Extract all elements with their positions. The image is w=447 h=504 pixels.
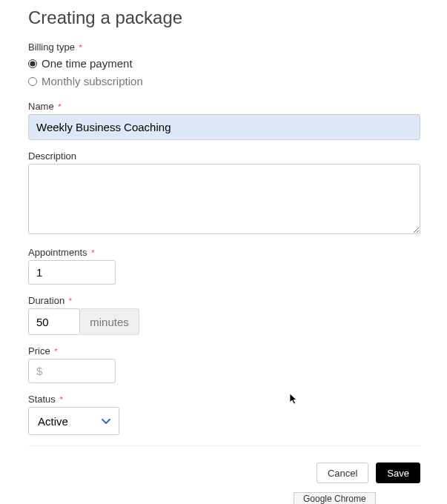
description-textarea[interactable] [28,164,420,234]
price-label: Price * [28,345,420,357]
radio-one-time-payment[interactable]: One time payment [28,55,420,73]
description-label: Description [28,150,420,162]
appointments-field: Appointments * [28,247,420,285]
description-field: Description [28,150,420,236]
radio-monthly-input[interactable] [28,77,37,86]
status-label: Status * [28,394,420,405]
required-asterisk: * [79,43,82,52]
name-input[interactable] [28,114,420,140]
duration-input[interactable] [28,308,80,335]
price-input[interactable] [28,359,116,383]
radio-monthly-subscription[interactable]: Monthly subscription [28,73,420,90]
radio-one-time-input[interactable] [28,59,37,68]
status-select[interactable]: Active [28,407,119,435]
required-asterisk: * [58,102,61,111]
form-actions: Cancel Save [28,462,420,483]
appointments-input[interactable] [28,260,116,285]
duration-label: Duration * [28,295,420,306]
price-field: Price * [28,345,420,383]
cancel-button[interactable]: Cancel [317,462,368,483]
required-asterisk: * [91,248,94,257]
duration-field: Duration * minutes [28,295,420,335]
status-field: Status * Active [28,394,420,435]
required-asterisk: * [54,347,57,356]
divider [28,445,420,446]
duration-unit-label: minutes [80,308,139,335]
billing-type-label: Billing type * [28,42,420,53]
page-title: Creating a package [28,7,420,28]
name-label: Name * [28,101,420,112]
billing-type-field: Billing type * One time payment Monthly … [28,42,420,90]
name-field: Name * [28,101,420,140]
required-asterisk: * [59,395,62,404]
appointments-label: Appointments * [28,247,420,258]
required-asterisk: * [69,296,72,305]
save-button[interactable]: Save [376,462,420,483]
